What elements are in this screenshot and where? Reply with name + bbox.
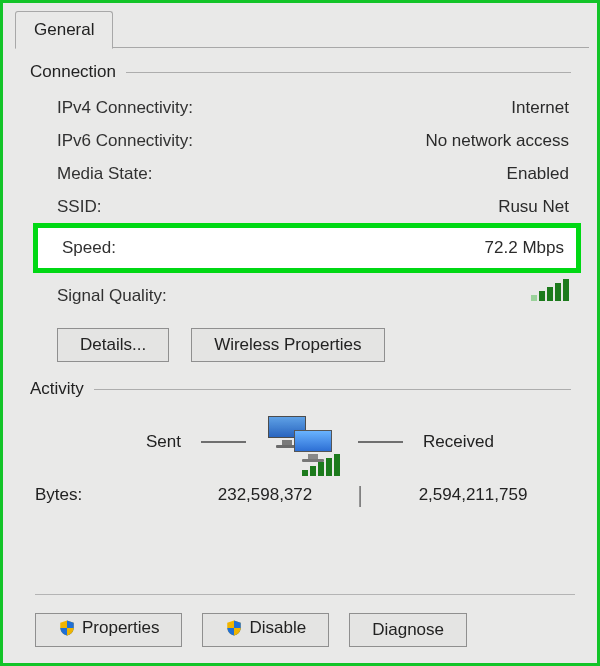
group-title: Activity (30, 379, 84, 399)
value-media: Enabled (507, 157, 569, 190)
separator: | (345, 482, 375, 508)
row-ipv4: IPv4 Connectivity: Internet (57, 91, 569, 124)
diagnose-button[interactable]: Diagnose (349, 613, 467, 647)
row-ssid: SSID: Rusu Net (57, 190, 569, 223)
uac-shield-icon (225, 619, 243, 637)
button-label: Details... (80, 335, 146, 354)
button-label: Wireless Properties (214, 335, 361, 354)
value-ipv6: No network access (425, 124, 569, 157)
tab-general[interactable]: General (15, 11, 113, 49)
group-title: Connection (30, 62, 116, 82)
connection-buttons: Details... Wireless Properties (57, 328, 589, 362)
connection-rows-2: Signal Quality: (57, 279, 569, 312)
highlight-speed: Speed: 72.2 Mbps (33, 223, 581, 273)
properties-button[interactable]: Properties (35, 613, 182, 647)
network-status-dialog: General Connection IPv4 Connectivity: In… (0, 0, 600, 666)
value-ssid: Rusu Net (498, 190, 569, 223)
signal-bars-icon (531, 281, 569, 301)
uac-shield-icon (58, 619, 76, 637)
disable-button[interactable]: Disable (202, 613, 329, 647)
value-ipv4: Internet (511, 91, 569, 124)
label-signal: Signal Quality: (57, 279, 167, 312)
monitors-icon (266, 414, 338, 470)
signal-bars-small-icon (302, 456, 340, 476)
button-label: Diagnose (372, 620, 444, 639)
row-speed: Speed: 72.2 Mbps (62, 230, 564, 266)
bottom-button-bar: Properties Disable (35, 594, 575, 647)
group-activity: Activity Sent Recei (15, 376, 589, 508)
divider (358, 441, 403, 443)
label-speed: Speed: (62, 230, 116, 266)
group-header-connection: Connection (30, 59, 589, 85)
value-signal (531, 279, 569, 312)
row-media-state: Media State: Enabled (57, 157, 569, 190)
label-sent: Sent (91, 432, 181, 452)
wireless-properties-button[interactable]: Wireless Properties (191, 328, 384, 362)
label-received: Received (423, 432, 513, 452)
label-ipv4: IPv4 Connectivity: (57, 91, 193, 124)
group-header-activity: Activity (30, 376, 589, 402)
label-ssid: SSID: (57, 190, 101, 223)
divider (94, 389, 571, 390)
details-button[interactable]: Details... (57, 328, 169, 362)
value-bytes-sent: 232,598,372 (185, 485, 345, 505)
row-signal-quality: Signal Quality: (57, 279, 569, 312)
activity-diagram: Sent Received (15, 414, 589, 470)
label-bytes: Bytes: (35, 485, 185, 505)
divider (201, 441, 246, 443)
value-bytes-received: 2,594,211,759 (375, 485, 589, 505)
value-speed: 72.2 Mbps (485, 230, 564, 266)
label-media: Media State: (57, 157, 152, 190)
tab-strip: General (15, 11, 589, 48)
row-ipv6: IPv6 Connectivity: No network access (57, 124, 569, 157)
tab-label: General (34, 20, 94, 40)
button-label: Properties (82, 618, 159, 638)
divider (126, 72, 571, 73)
group-connection: Connection IPv4 Connectivity: Internet I… (15, 59, 589, 362)
button-label: Disable (249, 618, 306, 638)
row-bytes: Bytes: 232,598,372 | 2,594,211,759 (35, 482, 589, 508)
connection-rows: IPv4 Connectivity: Internet IPv6 Connect… (57, 91, 569, 223)
tab-content: Connection IPv4 Connectivity: Internet I… (15, 47, 589, 655)
label-ipv6: IPv6 Connectivity: (57, 124, 193, 157)
